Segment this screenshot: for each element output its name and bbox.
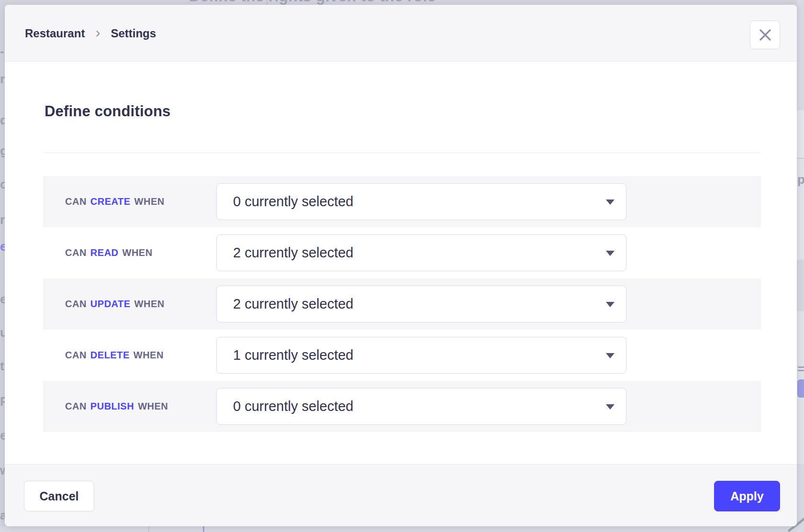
chevron-down-icon: [606, 302, 614, 307]
condition-select-value: 2 currently selected: [217, 245, 353, 261]
chevron-right-icon: ›: [95, 25, 100, 42]
condition-select[interactable]: 2 currently selected: [216, 234, 626, 271]
divider: [43, 153, 761, 153]
condition-row: CAN UPDATE WHEN 2 currently selected: [43, 278, 761, 330]
condition-select[interactable]: 0 currently selected: [216, 388, 626, 425]
condition-select-value: 1 currently selected: [217, 347, 353, 363]
background-button-fragment: [797, 379, 804, 398]
condition-label-prefix: CAN: [65, 401, 87, 412]
conditions-list: CAN CREATE WHEN 0 currently selected CAN…: [43, 176, 761, 432]
condition-label-action: DELETE: [90, 350, 130, 361]
condition-label-prefix: CAN: [65, 350, 87, 361]
condition-label-action: CREATE: [90, 196, 131, 207]
condition-label-action: UPDATE: [90, 299, 131, 310]
background-text-fragment: -: [0, 44, 4, 59]
background-right-strip: [797, 0, 804, 532]
background-text-fragment: r: [0, 212, 5, 227]
modal-footer: Cancel Apply: [5, 464, 797, 526]
background-text-fragment: p: [797, 172, 804, 187]
apply-button[interactable]: Apply: [714, 481, 780, 511]
condition-label: CAN DELETE WHEN: [65, 330, 164, 381]
chevron-down-icon: [606, 404, 614, 410]
chevron-down-icon: [606, 353, 614, 358]
modal-header: Restaurant › Settings: [5, 5, 797, 62]
chevron-down-icon: [606, 251, 614, 256]
cancel-button[interactable]: Cancel: [24, 481, 94, 511]
condition-label-action: READ: [90, 247, 119, 258]
page-title: Define conditions: [45, 103, 170, 120]
modal-body: Define conditions CAN CREATE WHEN 0 curr…: [5, 62, 797, 464]
chevron-down-icon: [606, 200, 614, 205]
define-conditions-modal: Restaurant › Settings Define conditions …: [5, 5, 797, 526]
condition-label-suffix: WHEN: [134, 350, 164, 361]
condition-label: CAN CREATE WHEN: [65, 176, 165, 227]
background-bottom-strip: [0, 526, 804, 532]
background-line: [203, 526, 204, 532]
background-text-fragment: r: [0, 72, 5, 87]
condition-select[interactable]: 0 currently selected: [216, 183, 626, 220]
background-line: [148, 526, 149, 532]
background-text-fragment: =: [797, 362, 804, 377]
close-icon: [759, 29, 771, 41]
condition-row: CAN READ WHEN 2 currently selected: [43, 227, 761, 278]
breadcrumb: Restaurant › Settings: [25, 5, 156, 62]
condition-label-prefix: CAN: [65, 196, 87, 207]
condition-label-prefix: CAN: [65, 299, 87, 310]
condition-row: CAN PUBLISH WHEN 0 currently selected: [43, 381, 761, 432]
condition-row: CAN DELETE WHEN 1 currently selected: [43, 330, 761, 381]
condition-label-suffix: WHEN: [123, 247, 153, 258]
condition-label: CAN UPDATE WHEN: [65, 278, 165, 330]
condition-label: CAN READ WHEN: [65, 227, 153, 278]
condition-label-suffix: WHEN: [134, 299, 165, 310]
background-divider: [267, 0, 268, 5]
condition-select[interactable]: 2 currently selected: [216, 286, 626, 322]
condition-label-action: PUBLISH: [90, 401, 134, 412]
breadcrumb-item-restaurant: Restaurant: [25, 27, 85, 40]
condition-label-suffix: WHEN: [138, 401, 168, 412]
close-button[interactable]: [750, 21, 780, 49]
condition-select[interactable]: 1 currently selected: [216, 337, 626, 374]
background-band: [797, 261, 804, 311]
condition-select-value: 0 currently selected: [217, 194, 353, 210]
condition-label: CAN PUBLISH WHEN: [65, 381, 168, 432]
condition-label-prefix: CAN: [65, 247, 87, 258]
breadcrumb-item-settings: Settings: [111, 27, 156, 40]
background-band: [797, 110, 804, 158]
condition-select-value: 2 currently selected: [217, 296, 353, 312]
condition-select-value: 0 currently selected: [217, 399, 353, 414]
condition-label-suffix: WHEN: [134, 196, 165, 207]
condition-row: CAN CREATE WHEN 0 currently selected: [43, 176, 761, 227]
